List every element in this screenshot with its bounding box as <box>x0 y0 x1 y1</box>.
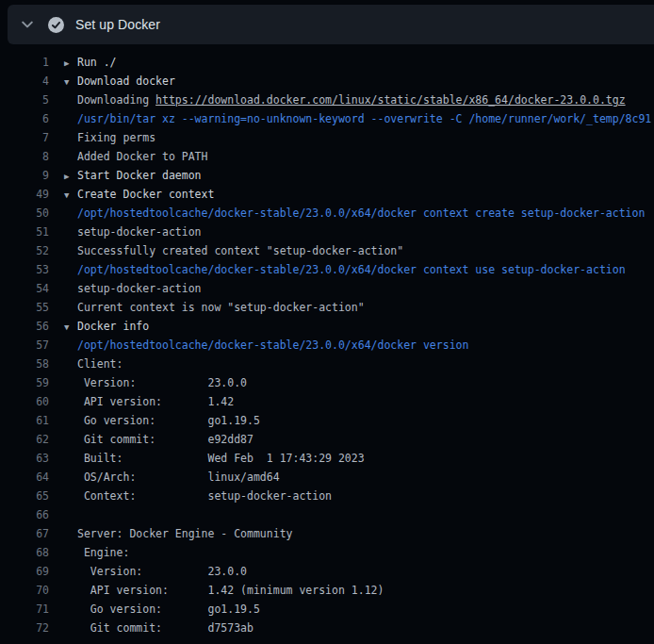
log-row: 8Added Docker to PATH <box>0 147 654 166</box>
log-group-title: Create Docker context <box>77 185 214 204</box>
line-number[interactable]: 68 <box>0 543 49 562</box>
line-number[interactable]: 1 <box>0 53 49 72</box>
check-circle-icon <box>48 17 64 33</box>
group-expanded-icon[interactable]: ▼ <box>64 186 77 205</box>
line-number[interactable]: 64 <box>0 468 49 487</box>
line-number[interactable]: 71 <box>0 600 49 619</box>
log-group-title: Download docker <box>77 72 175 91</box>
log-row: 52Successfully created context "setup-do… <box>0 241 654 260</box>
log-row: 65 Context: setup-docker-action <box>0 487 654 505</box>
line-number[interactable]: 60 <box>0 392 49 411</box>
log-group-title: Run ./ <box>77 53 117 72</box>
log-text: Fixing perms <box>77 128 155 147</box>
log-group-row[interactable]: 4▼Download docker <box>0 72 654 91</box>
group-expanded-icon[interactable]: ▼ <box>64 73 77 91</box>
line-number[interactable]: 55 <box>0 298 49 317</box>
log-viewer: 1▶Run ./4▼Download docker5Downloading ht… <box>0 44 654 644</box>
group-collapsed-icon[interactable]: ▶ <box>64 54 77 73</box>
group-expanded-icon[interactable]: ▼ <box>64 318 77 337</box>
log-row: 7Fixing perms <box>0 128 654 147</box>
log-row: 70 API version: 1.42 (minimum version 1.… <box>0 581 654 600</box>
log-group-title: Docker info <box>77 317 149 336</box>
line-number[interactable]: 66 <box>0 505 49 524</box>
log-row: 69 Version: 23.0.0 <box>0 562 654 581</box>
line-number[interactable]: 70 <box>0 581 49 600</box>
line-number[interactable]: 59 <box>0 373 49 392</box>
line-number[interactable]: 53 <box>0 260 49 279</box>
log-group-title: Start Docker daemon <box>77 166 202 185</box>
line-number[interactable]: 61 <box>0 411 49 430</box>
line-number[interactable]: 4 <box>0 72 49 91</box>
log-row: 64 OS/Arch: linux/amd64 <box>0 468 654 487</box>
log-text: setup-docker-action <box>77 223 202 241</box>
log-row: 66 <box>0 505 654 524</box>
log-text: Successfully created context "setup-dock… <box>77 241 403 260</box>
log-text: Current context is now "setup-docker-act… <box>77 298 365 317</box>
log-command-text: /opt/hostedtoolcache/docker-stable/23.0.… <box>77 204 645 223</box>
log-row: 60 API version: 1.42 <box>0 392 654 411</box>
line-number[interactable]: 6 <box>0 109 49 128</box>
log-row: 53/opt/hostedtoolcache/docker-stable/23.… <box>0 260 654 279</box>
log-text: Added Docker to PATH <box>77 147 207 166</box>
log-group-row[interactable]: 1▶Run ./ <box>0 53 654 72</box>
log-command-text: /opt/hostedtoolcache/docker-stable/23.0.… <box>77 260 626 279</box>
line-number[interactable]: 50 <box>0 204 49 223</box>
group-collapsed-icon[interactable]: ▶ <box>64 167 77 186</box>
log-row: 62 Git commit: e92dd87 <box>0 430 654 449</box>
log-text: Server: Docker Engine - Community <box>77 524 292 543</box>
log-text: Built: Wed Feb 1 17:43:29 2023 <box>77 449 365 468</box>
line-number[interactable]: 5 <box>0 91 49 109</box>
log-text: Git commit: e92dd87 <box>77 430 253 449</box>
log-command-text: /usr/bin/tar xz --warning=no-unknown-key… <box>77 109 651 128</box>
chevron-down-icon[interactable] <box>17 14 38 35</box>
line-number[interactable]: 72 <box>0 619 49 637</box>
log-group-row[interactable]: 9▶Start Docker daemon <box>0 166 654 185</box>
actions-log-panel: Set up Docker 1▶Run ./4▼Download docker5… <box>0 0 654 644</box>
line-number[interactable]: 67 <box>0 524 49 543</box>
log-text: Go version: go1.19.5 <box>77 411 260 430</box>
log-text: API version: 1.42 (minimum version 1.12) <box>77 581 384 600</box>
line-number[interactable]: 56 <box>0 317 49 336</box>
line-number[interactable]: 49 <box>0 185 49 204</box>
line-number[interactable]: 52 <box>0 241 49 260</box>
log-text: Downloading https://download.docker.com/… <box>77 91 626 109</box>
log-text: Git commit: d7573ab <box>77 619 253 637</box>
log-row: 61 Go version: go1.19.5 <box>0 411 654 430</box>
line-number[interactable]: 7 <box>0 128 49 147</box>
line-number[interactable]: 57 <box>0 336 49 355</box>
step-header[interactable]: Set up Docker <box>8 5 654 44</box>
log-row: 54setup-docker-action <box>0 279 654 298</box>
log-row: 68 Engine: <box>0 543 654 562</box>
log-row: 55Current context is now "setup-docker-a… <box>0 298 654 317</box>
log-row: 71 Go version: go1.19.5 <box>0 600 654 619</box>
line-number[interactable]: 63 <box>0 449 49 468</box>
log-row: 67Server: Docker Engine - Community <box>0 524 654 543</box>
log-row: 59 Version: 23.0.0 <box>0 373 654 392</box>
log-row: 57/opt/hostedtoolcache/docker-stable/23.… <box>0 336 654 355</box>
log-text: Client: <box>77 355 123 373</box>
log-row: 72 Git commit: d7573ab <box>0 619 654 637</box>
line-number[interactable]: 8 <box>0 147 49 166</box>
log-text: OS/Arch: linux/amd64 <box>77 468 280 487</box>
line-number[interactable]: 58 <box>0 355 49 373</box>
line-number[interactable]: 54 <box>0 279 49 298</box>
log-group-row[interactable]: 49▼Create Docker context <box>0 185 654 204</box>
log-group-row[interactable]: 56▼Docker info <box>0 317 654 336</box>
log-text: Context: setup-docker-action <box>77 487 332 505</box>
log-text: API version: 1.42 <box>77 392 234 411</box>
line-number[interactable]: 9 <box>0 166 49 185</box>
log-text: Go version: go1.19.5 <box>77 600 260 619</box>
log-text: Engine: <box>77 543 129 562</box>
log-link[interactable]: https://download.docker.com/linux/static… <box>155 93 626 107</box>
log-text: Version: 23.0.0 <box>77 373 247 392</box>
log-text: setup-docker-action <box>77 279 202 298</box>
line-number[interactable]: 51 <box>0 223 49 241</box>
line-number[interactable]: 62 <box>0 430 49 449</box>
line-number[interactable]: 69 <box>0 562 49 581</box>
log-row: 58Client: <box>0 355 654 373</box>
log-row: 50/opt/hostedtoolcache/docker-stable/23.… <box>0 204 654 223</box>
step-title: Set up Docker <box>75 17 160 32</box>
line-number[interactable]: 65 <box>0 487 49 505</box>
log-text: Version: 23.0.0 <box>77 562 247 581</box>
log-row: 51setup-docker-action <box>0 223 654 241</box>
